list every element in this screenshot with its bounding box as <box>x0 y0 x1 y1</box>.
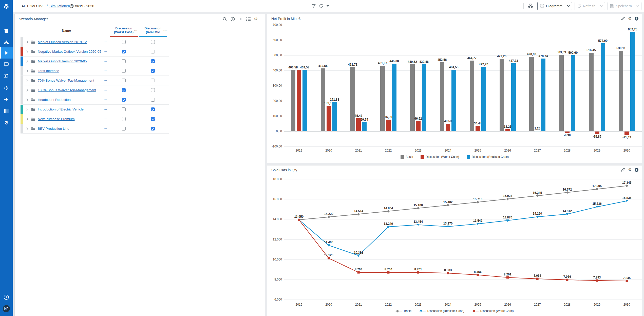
scenario-link[interactable]: Negative Market Outlook Version 2020-05 <box>38 50 101 53</box>
refresh-icon[interactable] <box>319 4 323 8</box>
plus-circle-icon[interactable] <box>231 17 235 21</box>
column-menu-button[interactable]: ••• <box>164 29 167 33</box>
realistic-case-checkbox[interactable] <box>151 50 155 53</box>
legend-marker <box>395 309 402 313</box>
worst-case-checkbox[interactable] <box>122 88 126 92</box>
column-menu-button[interactable]: ••• <box>135 29 138 33</box>
save-dropdown-chevron[interactable] <box>634 5 641 7</box>
sold-cars-chart-panel: Sold Cars in Qty ⚙ i 18.00016.00014.0001… <box>267 165 642 316</box>
row-expand-chevron[interactable] <box>24 60 31 63</box>
realistic-case-checkbox[interactable] <box>151 107 155 111</box>
diagram-dropdown-chevron[interactable] <box>565 5 572 7</box>
worst-case-checkbox[interactable] <box>122 127 126 131</box>
scenario-link[interactable]: Headcount Reduction <box>38 98 71 102</box>
bar-basic <box>291 70 295 131</box>
worst-case-cell <box>109 88 138 92</box>
row-menu-button[interactable]: ••• <box>102 79 109 82</box>
sidebar-item-archive[interactable] <box>0 25 13 36</box>
worst-case-checkbox[interactable] <box>122 40 126 44</box>
arrow-right-icon[interactable] <box>238 17 243 21</box>
worst-case-checkbox[interactable] <box>122 79 126 82</box>
sidebar-item-exports[interactable] <box>0 94 13 105</box>
hierarchy-view-icon[interactable] <box>528 3 533 9</box>
scenario-link[interactable]: Tariff Increase <box>38 69 59 73</box>
chevron-down-icon[interactable] <box>327 5 329 7</box>
worst-case-checkbox[interactable] <box>122 69 126 73</box>
x-axis-tick-label: 2019 <box>289 149 309 152</box>
row-expand-chevron[interactable] <box>24 89 31 92</box>
save-button[interactable]: Speichern <box>608 2 641 10</box>
sidebar-item-data[interactable] <box>0 105 13 117</box>
row-expand-chevron[interactable] <box>24 98 31 101</box>
sidebar-item-assumptions[interactable] <box>0 70 13 82</box>
legend-item: Discussion (Realistic Case) <box>467 155 509 159</box>
row-expand-chevron[interactable] <box>24 69 31 72</box>
row-menu-button[interactable]: ••• <box>102 127 109 130</box>
scenario-link[interactable]: New Purchase Premium <box>38 117 75 121</box>
row-menu-button[interactable]: ••• <box>102 118 109 120</box>
scenario-link[interactable]: Market Outlook Version 2019-12 <box>38 40 87 44</box>
row-menu-button[interactable]: ••• <box>102 70 109 72</box>
row-expand-chevron[interactable] <box>24 127 31 130</box>
row-expand-chevron[interactable] <box>24 79 31 82</box>
gear-icon[interactable]: ⚙ <box>254 17 258 21</box>
row-menu-button[interactable]: ••• <box>102 108 109 111</box>
row-expand-chevron[interactable] <box>24 108 31 111</box>
realistic-case-checkbox[interactable] <box>151 98 155 102</box>
avatar[interactable]: NP <box>3 305 10 312</box>
column-header-worst-case[interactable]: Discussion (Worst Case) ••• <box>109 24 138 37</box>
worst-case-checkbox[interactable] <box>122 107 126 111</box>
plus-circle-icon <box>540 4 544 8</box>
app-logo[interactable] <box>0 0 13 12</box>
bar-discussion-realistic-case- <box>481 67 486 131</box>
row-menu-button[interactable]: ••• <box>102 99 109 101</box>
data-point-marker <box>566 191 569 194</box>
sidebar-item-drivers[interactable] <box>0 82 13 93</box>
realistic-case-checkbox[interactable] <box>151 117 155 121</box>
row-menu-button[interactable]: ••• <box>102 41 109 43</box>
bar-discussion-realistic-case- <box>362 122 367 131</box>
row-menu-button[interactable]: ••• <box>102 89 109 91</box>
search-icon[interactable] <box>223 17 227 21</box>
realistic-case-checkbox[interactable] <box>151 127 155 131</box>
scenario-link[interactable]: Market Outlook Version 2020-05 <box>38 59 87 63</box>
scenario-link[interactable]: BEV Production Line <box>38 127 69 131</box>
x-axis-tick-label: 2022 <box>378 303 399 306</box>
scenario-link[interactable]: 70% Bonus Waiver Top-Management <box>38 79 94 82</box>
worst-case-checkbox[interactable] <box>122 50 126 53</box>
scenario-link[interactable]: 100% Bonus Waiver Top-Management <box>38 88 96 92</box>
realistic-case-checkbox[interactable] <box>151 40 155 44</box>
folder-icon <box>31 127 35 131</box>
worst-case-checkbox[interactable] <box>122 59 126 63</box>
realistic-case-checkbox[interactable] <box>151 69 155 73</box>
refresh-dropdown-chevron[interactable] <box>598 5 605 7</box>
sidebar-item-presentations[interactable] <box>0 59 13 70</box>
row-menu-button[interactable]: ••• <box>102 60 109 63</box>
worst-case-checkbox[interactable] <box>122 117 126 121</box>
data-point-marker <box>626 280 628 282</box>
row-menu-button[interactable]: ••• <box>102 50 109 53</box>
bar-value-label: 445,38 <box>385 59 403 63</box>
row-expand-chevron[interactable] <box>24 118 31 121</box>
sidebar-item-settings[interactable]: ⚙ <box>0 117 13 128</box>
sidebar-item-simulations[interactable] <box>0 47 13 59</box>
realistic-case-checkbox[interactable] <box>151 79 155 82</box>
refresh-button[interactable]: Refresh <box>575 2 605 10</box>
realistic-case-checkbox[interactable] <box>151 88 155 92</box>
filter-icon[interactable] <box>312 4 316 8</box>
breadcrumb-link-simulationen[interactable]: Simulationen <box>49 4 70 8</box>
row-expand-chevron[interactable] <box>24 50 31 53</box>
list-icon[interactable] <box>246 17 251 21</box>
bar-discussion-realistic-case- <box>511 63 516 131</box>
scenario-link[interactable]: Introduction of Electric Vehicle <box>38 107 84 111</box>
realistic-case-checkbox[interactable] <box>151 59 155 63</box>
point-value-label: 7.845 <box>618 276 636 280</box>
x-axis-tick-label: 2026 <box>498 303 518 306</box>
row-expand-chevron[interactable] <box>24 41 31 44</box>
sidebar-item-help[interactable]: ? <box>0 292 13 302</box>
diagram-button[interactable]: Diagramm <box>537 2 572 10</box>
column-header-realistic-case[interactable]: Discussion (Realistic ••• <box>138 24 167 37</box>
gridline <box>284 86 642 86</box>
sidebar-item-models[interactable] <box>0 37 13 48</box>
worst-case-checkbox[interactable] <box>122 98 126 102</box>
